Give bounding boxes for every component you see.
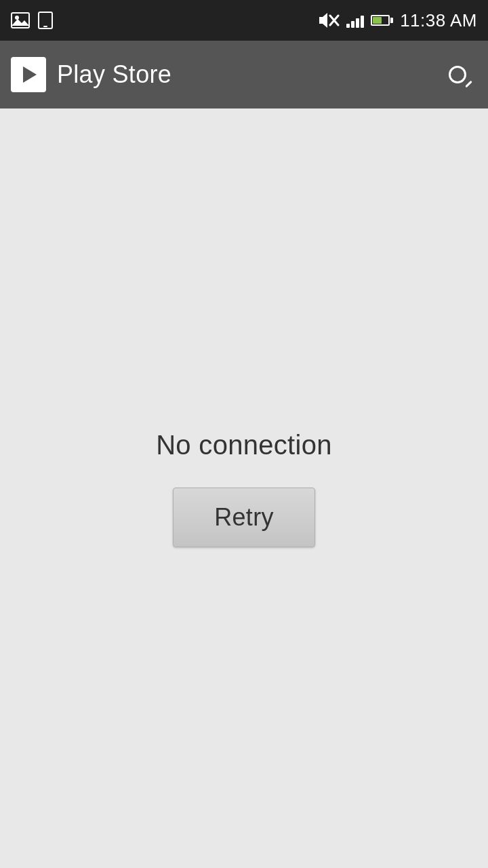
- svg-point-1: [15, 16, 19, 20]
- error-message: No connection: [156, 430, 332, 460]
- status-bar-right-icons: 11:38 AM: [319, 10, 477, 31]
- app-bar: Play Store: [0, 41, 488, 108]
- app-title: Play Store: [57, 60, 171, 89]
- main-content: No connection Retry: [0, 108, 488, 868]
- status-bar-left-icons: [11, 12, 53, 29]
- play-store-logo: [11, 57, 46, 92]
- battery-icon: [371, 15, 393, 26]
- signal-bars-icon: [346, 13, 364, 28]
- svg-marker-2: [12, 19, 29, 26]
- search-button[interactable]: [441, 58, 474, 92]
- status-bar: 11:38 AM: [0, 0, 488, 41]
- svg-rect-4: [43, 26, 47, 27]
- play-triangle-icon: [23, 66, 37, 83]
- mute-icon: [319, 12, 340, 28]
- svg-marker-5: [319, 13, 327, 28]
- status-time: 11:38 AM: [400, 10, 477, 31]
- image-icon: [11, 12, 30, 28]
- app-bar-left: Play Store: [11, 57, 171, 92]
- tablet-icon: [38, 12, 53, 29]
- retry-button[interactable]: Retry: [173, 488, 315, 547]
- search-icon: [449, 66, 466, 83]
